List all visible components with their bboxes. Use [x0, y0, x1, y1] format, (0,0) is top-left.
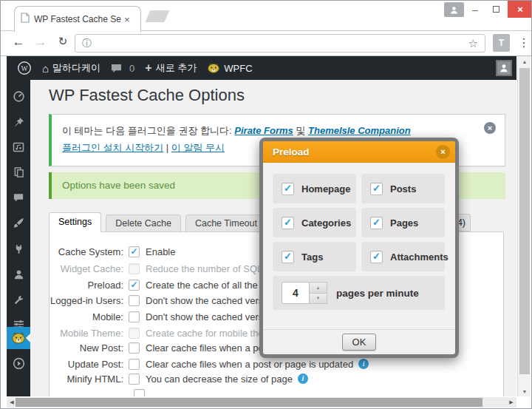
reload-button[interactable]: ↻ [54, 35, 72, 48]
scroll-down-icon[interactable]: ▼ [518, 386, 531, 396]
sidebar-item-posts[interactable] [7, 112, 30, 132]
tags-checkbox[interactable]: ✓ [282, 251, 294, 263]
pages-per-minute-input[interactable]: 4 [282, 282, 310, 304]
vertical-scroll-thumb[interactable] [519, 68, 530, 374]
home-icon: ⌂ [42, 64, 49, 73]
info-icon[interactable]: i [298, 373, 308, 384]
wp-admin-sidebar [7, 80, 30, 396]
mobile-checkbox[interactable]: ✓ [129, 311, 140, 322]
row-desc: Don't show the cached versio [146, 311, 270, 322]
adminbar-user-avatar[interactable] [496, 60, 512, 76]
page-info-icon[interactable]: ⓘ [82, 37, 92, 50]
window-close-button[interactable]: × [508, 1, 532, 18]
scroll-up-icon[interactable]: ▲ [518, 56, 531, 67]
page-favicon-icon [21, 13, 30, 26]
forward-button[interactable]: → [32, 35, 50, 50]
notice-dismiss-icon[interactable]: × [484, 122, 496, 134]
ok-button[interactable]: OK [342, 334, 377, 351]
profile-button[interactable] [444, 2, 464, 17]
update-post-checkbox[interactable]: ✓ [129, 359, 140, 370]
preload-option-tags[interactable]: ✓ Tags [273, 242, 356, 271]
bookmark-star-icon[interactable]: ☆ [468, 37, 478, 50]
preload-option-homepage[interactable]: ✓ Homepage [273, 174, 356, 203]
window-minimize-button[interactable]: – [465, 1, 485, 18]
categories-checkbox[interactable]: ✓ [282, 217, 294, 229]
preload-modal-footer: OK [263, 329, 455, 354]
new-post-checkbox[interactable]: ✓ [129, 342, 140, 354]
adminbar-site-menu[interactable]: ⌂ 말하다케이 [42, 61, 100, 75]
sidebar-item-wp-fastest-cache-active[interactable] [7, 327, 30, 349]
preload-modal-header: Preload × [263, 141, 455, 163]
partial-checkbox[interactable]: ✓ [134, 389, 145, 396]
horizontal-scroll-thumb[interactable] [16, 398, 482, 407]
row-desc: Reduce the number of SQL qu [146, 263, 276, 274]
preload-option-categories[interactable]: ✓ Categories [273, 208, 356, 237]
homepage-checkbox[interactable]: ✓ [282, 183, 294, 195]
sidebar-item-appearance[interactable] [7, 214, 30, 233]
row-label: Update Post: [50, 359, 123, 370]
sidebar-item-tools[interactable] [7, 290, 30, 309]
wp-admin-bar: W ⌂ 말하다케이 0 + 새로 추가 WPFC [7, 56, 516, 80]
adminbar-new-content[interactable]: + 새로 추가 [145, 61, 197, 75]
row-label: Mobile Theme: [50, 328, 123, 339]
spinner-up-icon[interactable]: ▲ [310, 282, 327, 294]
preload-option-attachments[interactable]: ✓ Attachments [361, 242, 445, 271]
sidebar-item-pages[interactable] [7, 163, 30, 182]
row-desc: Don't show the cached versio [146, 295, 270, 306]
adminbar-wpfc[interactable]: WPFC [207, 62, 252, 74]
extension-button[interactable]: T [493, 34, 510, 52]
logged-in-users-checkbox[interactable]: ✓ [129, 295, 140, 306]
media-icon [13, 141, 24, 153]
wpfc-cheetah-icon [207, 62, 220, 74]
posts-checkbox[interactable]: ✓ [370, 183, 383, 195]
preload-modal: Preload × ✓ Homepage ✓ Posts ✓ Categorie… [259, 138, 459, 358]
wp-logo-menu[interactable]: W [17, 61, 32, 75]
info-icon[interactable]: i [358, 359, 369, 369]
adminbar-comments[interactable]: 0 [111, 63, 134, 74]
notice-conjunction: 및 [293, 125, 308, 136]
window-maximize-button[interactable] [485, 1, 506, 18]
back-button[interactable]: ← [10, 35, 27, 50]
pushpin-icon [13, 117, 24, 128]
new-tab-button[interactable] [145, 10, 169, 22]
begin-installing-plugins-link[interactable]: 플러그인 설치 시작하기 [62, 142, 163, 153]
wrench-icon [13, 294, 24, 305]
cache-system-checkbox[interactable]: ✓ [129, 246, 140, 257]
modal-close-icon[interactable]: × [436, 145, 450, 159]
browser-toolbar: ← → ↻ ⓘ ☆ T ⋮ [1, 31, 531, 56]
sidebar-item-plugins[interactable] [7, 240, 30, 259]
tab-close-icon[interactable]: × [124, 14, 130, 25]
number-spinner: ▲ ▼ [310, 282, 327, 304]
sidebar-collapse-menu-button[interactable] [7, 354, 30, 373]
wpfc-cheetah-icon [11, 331, 26, 345]
sidebar-item-comments[interactable] [7, 188, 30, 207]
attachments-checkbox[interactable]: ✓ [370, 251, 383, 263]
plus-icon: + [145, 61, 151, 75]
person-icon [449, 5, 459, 15]
preload-modal-title: Preload [263, 141, 455, 163]
scroll-right-icon[interactable]: ▶ [506, 397, 516, 408]
themeisle-companion-link[interactable]: ThemeIsle Companion [308, 125, 411, 136]
row-desc: Create cache for mobile them [146, 328, 272, 339]
horizontal-scrollbar[interactable]: ◀ ▶ [7, 397, 516, 408]
tab-delete-cache[interactable]: Delete Cache [106, 214, 181, 232]
minify-html-checkbox[interactable]: ✓ [129, 373, 140, 385]
pages-checkbox[interactable]: ✓ [370, 217, 383, 229]
preload-option-pages[interactable]: ✓ Pages [361, 208, 445, 237]
tab-cache-timeout[interactable]: Cache Timeout [185, 214, 267, 232]
pages-icon [13, 166, 24, 178]
sidebar-item-users[interactable] [7, 265, 30, 284]
pirate-forms-link[interactable]: Pirate Forms [234, 125, 293, 136]
vertical-scrollbar[interactable]: ▲ ▼ [517, 56, 531, 396]
browser-menu-icon[interactable]: ⋮ [518, 36, 530, 50]
preload-checkbox[interactable]: ✓ [129, 280, 140, 291]
address-bar[interactable]: ⓘ ☆ [75, 34, 485, 53]
browser-tab[interactable]: WP Fastest Cache Setting × [14, 6, 141, 32]
sidebar-item-media[interactable] [7, 138, 30, 157]
spinner-down-icon[interactable]: ▼ [310, 294, 327, 305]
sidebar-item-dashboard[interactable] [7, 87, 30, 106]
row-label: Cache System: [50, 246, 123, 257]
dismiss-notice-link[interactable]: 이 알림 무시 [171, 142, 225, 153]
tab-settings[interactable]: Settings [49, 212, 101, 232]
preload-option-posts[interactable]: ✓ Posts [361, 174, 445, 203]
